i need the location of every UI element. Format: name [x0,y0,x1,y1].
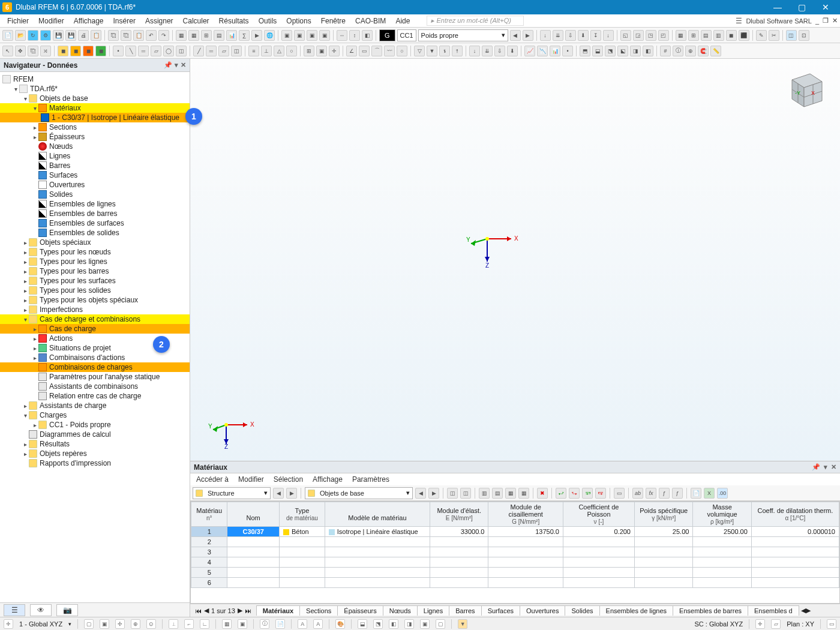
menu-affichage[interactable]: Affichage [69,17,109,25]
tb-load6-icon[interactable]: ↓ [603,30,614,41]
tb2-load7-icon[interactable]: ↓ [469,46,480,56]
tb-grid-icon[interactable]: ▦ [188,30,199,41]
tb-view1-icon[interactable]: ◱ [620,30,631,41]
tb2-res3-icon[interactable]: 📊 [550,46,560,56]
tb-render1-icon[interactable]: ▣ [281,30,292,41]
tb-copy-icon[interactable]: ⿻ [108,30,119,41]
menu-search-hint[interactable]: ▸ Entrez un mot-clé (Alt+Q) [427,16,523,26]
tb2-arc-icon[interactable]: ⌒ [371,46,382,56]
tb-dim2-icon[interactable]: ↕ [349,30,360,41]
menu-resultats[interactable]: Résultats [214,17,254,25]
tb2-dot-icon[interactable]: • [562,46,573,56]
tb2-mirror-icon[interactable]: ⤮ [40,46,51,56]
doc-restore-icon[interactable]: ❐ [823,17,829,25]
tb2-sec3-icon[interactable]: ◼ [95,46,106,56]
tb2-load10-icon[interactable]: ⬇ [507,46,518,56]
tb-prev-lc-icon[interactable]: ◀ [510,30,521,41]
menu-modifier[interactable]: Modifier [34,17,69,25]
tb2-axes-icon[interactable]: ✛ [329,46,340,56]
tb-run-icon[interactable]: ▶ [251,30,262,41]
menu-fenetre[interactable]: Fenêtre [316,17,350,25]
tb-load2-icon[interactable]: ⇊ [553,30,563,41]
nav-pin-icon[interactable]: 📌 [164,61,172,69]
tb-printrep-icon[interactable]: 📋 [91,30,101,41]
tb-recalc-icon[interactable]: ↻ [28,30,38,41]
menu-inserer[interactable]: Insérer [109,17,140,25]
menu-fichier[interactable]: Fichier [2,17,34,25]
tb-saveall-icon[interactable]: 💾 [65,30,76,41]
tb2-snap2-icon[interactable]: ⊕ [685,46,696,56]
tb2-rect2-icon[interactable]: ▭ [359,46,370,56]
tb2-mat-icon[interactable]: ◼ [58,46,68,56]
tb-snap-icon[interactable]: ◧ [362,30,373,41]
tb-section-icon[interactable]: ⬛ [739,30,749,41]
tb-new-icon[interactable]: 📄 [2,30,13,41]
tb2-num-icon[interactable]: # [660,46,671,56]
doc-close-icon[interactable]: ✕ [832,17,838,25]
menu-options[interactable]: Options [281,17,316,25]
tb2-ortho2-icon[interactable]: ⊞ [304,46,314,56]
tb2-open-icon[interactable]: ◯ [163,46,174,56]
tb-table-icon[interactable]: ⊞ [201,30,212,41]
tb-save-icon[interactable]: 💾 [53,30,64,41]
tb2-sup-icon[interactable]: △ [274,46,284,56]
tb-settings-icon[interactable]: ⚙ [40,30,51,41]
tb-load5-icon[interactable]: ↧ [590,30,601,41]
tb2-res1-icon[interactable]: 📈 [524,46,535,56]
tree-basic-objects[interactable]: Objets de base [40,94,88,103]
tb2-res2-icon[interactable]: 📉 [537,46,548,56]
tb2-spline-icon[interactable]: 〰 [384,46,395,56]
tb-render2-icon[interactable]: ▣ [294,30,305,41]
tb-dim1-icon[interactable]: ↔ [337,30,347,41]
tb-copy2-icon[interactable]: ⿻ [121,30,131,41]
tb2-sec2-icon[interactable]: ◼ [83,46,94,56]
tb-tool1-icon[interactable]: ✎ [756,30,767,41]
tb2-circle-icon[interactable]: ○ [397,46,407,56]
tb2-s2-icon[interactable]: ⬓ [592,46,603,56]
tb-rect-icon[interactable]: ▦ [176,30,187,41]
menu-calculer[interactable]: Calculer [178,17,214,25]
tree-root[interactable]: RFEM [13,75,34,83]
tb2-move-icon[interactable]: ✥ [15,46,26,56]
tb-views-icon[interactable]: ▤ [214,30,224,41]
tb2-s4-icon[interactable]: ⬕ [617,46,628,56]
tb2-surf-icon[interactable]: ▱ [151,46,161,56]
menu-outils[interactable]: Outils [254,17,282,25]
tb-load4-icon[interactable]: ⬇ [578,30,589,41]
tb-loadcase-select[interactable]: Poids propre▾ [418,29,508,41]
tb-results-icon[interactable]: 📊 [226,30,237,41]
tb-globe-icon[interactable]: 🌐 [264,30,275,41]
tb-load3-icon[interactable]: ⇩ [565,30,576,41]
tb2-node-icon[interactable]: • [113,46,124,56]
menu-aide[interactable]: Aide [391,17,415,25]
tb2-s5-icon[interactable]: ◨ [630,46,641,56]
tb2-solid-icon[interactable]: ◫ [176,46,187,56]
tb-calc-icon[interactable]: ∑ [239,30,250,41]
tb2-hinge-icon[interactable]: ○ [286,46,297,56]
tb2-sec1-icon[interactable]: ◼ [70,46,81,56]
tb2-info-icon[interactable]: ⓘ [673,46,683,56]
maximize-button[interactable]: ▢ [790,0,814,14]
tb-ortho-icon[interactable]: ⊡ [799,30,809,41]
tb-open-icon[interactable]: 📂 [15,30,26,41]
tb-print-icon[interactable]: 🖨 [78,30,89,41]
tb-view4-icon[interactable]: ◰ [658,30,669,41]
menu-cao-bim[interactable]: CAO-BIM [350,17,391,25]
tb2-memberset-icon[interactable]: ═ [206,46,217,56]
tb2-nodal-icon[interactable]: ⊥ [261,46,272,56]
tb2-member-icon[interactable]: ═ [138,46,149,56]
tb-mesh2-icon[interactable]: ⊞ [688,30,699,41]
minimize-button[interactable]: — [766,0,790,14]
tb-render3-icon[interactable]: ▣ [307,30,317,41]
tb2-angle1-icon[interactable]: ∠ [346,46,357,56]
tb-tool2-icon[interactable]: ✂ [769,30,779,41]
tb-redo-icon[interactable]: ↷ [158,30,169,41]
tb2-magnet-icon[interactable]: 🧲 [698,46,709,56]
tb2-msup-icon[interactable]: ⫯ [452,46,463,56]
tb-undo-icon[interactable]: ↶ [146,30,157,41]
tb-clipboard-icon[interactable]: 📋 [133,30,144,41]
tb2-load9-icon[interactable]: ⇩ [494,46,505,56]
tb-view3-icon[interactable]: ◳ [646,30,656,41]
tb2-ruler-icon[interactable]: 📏 [710,46,721,56]
tb2-s6-icon[interactable]: ◧ [643,46,653,56]
